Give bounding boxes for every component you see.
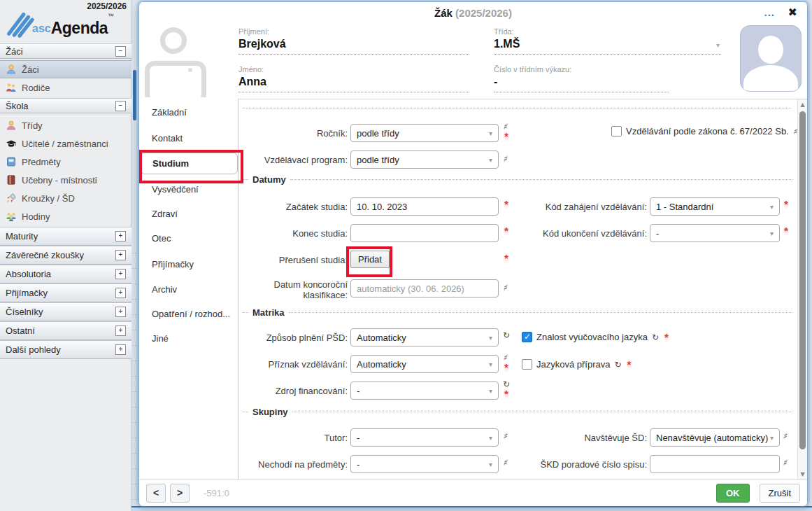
expand-icon[interactable]: +: [115, 326, 126, 336]
scroll-down-icon[interactable]: ▼: [798, 471, 807, 477]
tab-otec[interactable]: Otec: [139, 233, 237, 244]
tab-kontakt[interactable]: Kontakt: [139, 133, 237, 144]
logo-trademark: ™: [108, 8, 114, 20]
znalost-checkbox[interactable]: [522, 332, 532, 342]
student-photo-placeholder[interactable]: [740, 25, 802, 92]
expand-icon[interactable]: +: [115, 250, 126, 260]
dialog-scrollbar[interactable]: ▲ ▼: [797, 99, 807, 479]
tab-studium[interactable]: Studium: [141, 153, 238, 174]
background-page-strip: [131, 0, 138, 511]
tab-prijimacky[interactable]: Přijímačky: [139, 259, 237, 270]
tutor-flags: ♯: [503, 432, 507, 441]
expand-icon[interactable]: +: [115, 288, 126, 298]
sidebar-item-zaci[interactable]: Žáci: [0, 60, 131, 78]
scrollbar-thumb[interactable]: [799, 111, 806, 449]
tutor-select[interactable]: - ▾: [350, 428, 499, 447]
group-label: Absolutoria: [6, 269, 51, 279]
close-icon[interactable]: ✖: [788, 6, 797, 19]
datum-klasifikace-input[interactable]: automaticky (30. 06. 2026): [350, 279, 499, 298]
class-value[interactable]: 1.MŠ ▾: [494, 38, 721, 55]
expand-icon[interactable]: +: [115, 269, 126, 279]
sidebar-group-ostatni[interactable]: Ostatní +: [0, 321, 131, 340]
kod-zahajeni-label: Kód zahájení vzdělávání:: [517, 202, 647, 212]
sync-icon[interactable]: ↻: [503, 330, 510, 340]
register-number-value[interactable]: -: [494, 76, 669, 92]
sidebar-item-label: Rodiče: [22, 83, 50, 93]
nechodi-select[interactable]: - ▾: [350, 455, 499, 473]
app-logo: ascAgenda™: [4, 8, 114, 38]
tutor-label: Tutor:: [240, 433, 348, 443]
tab-zakladni[interactable]: Základní: [139, 107, 237, 118]
zakon-label: Vzdělávání podle zákona č. 67/2022 Sb.: [626, 126, 789, 136]
sidebar-group-prijimacky[interactable]: Přijímačky +: [0, 284, 131, 302]
pridat-button[interactable]: Přidat: [350, 251, 390, 268]
sidebar-group-ciselniky[interactable]: Číselníky +: [0, 302, 131, 321]
sidebar-group-skola[interactable]: Škola −: [0, 98, 131, 113]
kod-zahajeni-select[interactable]: 1 - Standardní ▾: [650, 197, 780, 216]
ok-button[interactable]: OK: [716, 484, 750, 503]
chevron-down-icon: ▾: [489, 461, 492, 468]
section-datumy: Datumy: [243, 174, 792, 185]
book-icon: [6, 156, 17, 167]
surname-value[interactable]: Brejková: [238, 38, 469, 55]
sidebar-group-absolutoria[interactable]: Absolutoria +: [0, 265, 131, 284]
priznak-select[interactable]: Automaticky ▾: [350, 355, 499, 373]
jazykova-checkbox[interactable]: [522, 359, 532, 370]
chevron-down-icon[interactable]: ▾: [716, 41, 720, 49]
dialog-title-text: Žák: [434, 7, 453, 19]
zdroj-label: Zdroj financování:: [240, 386, 348, 396]
program-select[interactable]: podle třídy ▾: [350, 150, 499, 169]
firstname-field: Jméno: Anna: [238, 65, 469, 92]
skd-input[interactable]: [650, 455, 780, 473]
konec-flags: *: [503, 226, 510, 237]
skd-flags: ♯: [783, 458, 787, 468]
hash-icon: ♯: [503, 283, 507, 293]
background-table-strip: [131, 506, 812, 511]
group-label: Číselníky: [6, 307, 43, 317]
rocnik-select[interactable]: podle třídy ▾: [350, 124, 499, 142]
sidebar-group-zaverecne[interactable]: Závěrečné zkoušky +: [0, 246, 131, 265]
sidebar-item-hodiny[interactable]: Hodiny: [0, 207, 131, 225]
konec-input[interactable]: [350, 224, 499, 242]
sync-icon[interactable]: ↻: [615, 360, 622, 370]
sidebar-group-maturity[interactable]: Maturity +: [0, 227, 131, 246]
student-dialog: Žák (2025/2026) ... ✖ Příjmení: Brejková…: [138, 1, 808, 505]
sidebar-group-dalsi[interactable]: Další pohledy +: [0, 340, 131, 359]
expand-icon[interactable]: +: [115, 231, 126, 241]
collapse-icon[interactable]: −: [115, 101, 126, 111]
firstname-value[interactable]: Anna: [238, 76, 469, 92]
sidebar-group-zaci[interactable]: Žáci −: [0, 43, 131, 59]
sidebar-item-krouzky[interactable]: Kroužky / ŠD: [0, 189, 131, 207]
zacatek-input[interactable]: 10. 10. 2023: [350, 197, 499, 216]
sync-icon[interactable]: ↻: [652, 332, 659, 342]
collapse-icon[interactable]: −: [115, 46, 126, 57]
tab-jine[interactable]: Jiné: [139, 333, 237, 344]
nechodi-label: Nechodí na předměty:: [240, 459, 348, 470]
sidebar-item-predmety[interactable]: Předměty: [0, 153, 131, 171]
kod-ukonceni-select[interactable]: - ▾: [650, 224, 780, 242]
sidebar-item-rodice[interactable]: Rodiče: [0, 78, 131, 97]
tab-archiv[interactable]: Archiv: [139, 284, 237, 295]
tab-vysvedceni[interactable]: Vysvědčení: [139, 184, 237, 195]
tab-opatreni[interactable]: Opatření / rozhod...: [139, 309, 237, 319]
next-record-button[interactable]: >: [170, 484, 190, 503]
jazykova-label: Jazyková příprava: [536, 359, 611, 370]
sidebar-item-tridy[interactable]: Třídy: [0, 116, 131, 134]
psd-select[interactable]: Automaticky ▾: [350, 328, 499, 346]
dialog-footer: < > -591:0 OK Zrušit: [139, 479, 807, 506]
expand-icon[interactable]: +: [115, 344, 126, 355]
prev-record-button[interactable]: <: [146, 484, 166, 503]
hash-icon: ♯: [783, 431, 787, 441]
cancel-button[interactable]: Zrušit: [760, 484, 801, 503]
preruseni-flags: *: [503, 253, 510, 264]
zakon-checkbox[interactable]: [611, 126, 622, 136]
tab-zdravi[interactable]: Zdraví: [139, 209, 237, 219]
sidebar-item-ucebny[interactable]: Učebny - místnosti: [0, 171, 131, 189]
datum-klasifikace-flags: ♯: [503, 284, 507, 293]
sidebar-item-ucitele[interactable]: Učitelé / zaměstnanci: [0, 134, 131, 153]
navstevuje-select[interactable]: Nenavštěvuje (automaticky) ▾: [650, 428, 780, 447]
expand-icon[interactable]: +: [115, 307, 126, 317]
zdroj-select[interactable]: - ▾: [350, 382, 499, 400]
more-options-icon[interactable]: ...: [764, 6, 775, 18]
scroll-up-icon[interactable]: ▲: [798, 102, 807, 108]
